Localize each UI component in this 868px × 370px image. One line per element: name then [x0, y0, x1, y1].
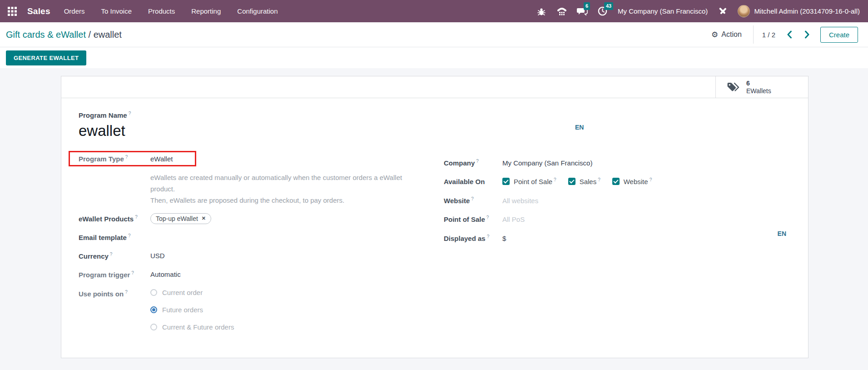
field-row-company: Company? My Company (San Francisco) — [444, 157, 592, 168]
help-icon: ? — [110, 252, 113, 257]
action-menu-button[interactable]: ⚙ Action — [709, 30, 744, 39]
apps-grid-icon-svg — [7, 6, 17, 16]
field-label-company: Company? — [444, 159, 502, 167]
messages-icon[interactable]: 6 — [577, 6, 588, 17]
field-row-available-on: Available On Point of Sale? Sales? We — [444, 176, 664, 187]
help-icon: ? — [476, 159, 479, 164]
action-label: Action — [721, 30, 741, 39]
menu-orders[interactable]: Orders — [64, 7, 85, 15]
radio-future-orders[interactable]: Future orders — [150, 301, 234, 318]
form-status-bar: GENERATE EWALLET — [0, 47, 868, 68]
company-input[interactable]: My Company (San Francisco) — [502, 159, 592, 167]
breadcrumb: Gift cards & eWallet / ewallet — [6, 30, 122, 40]
website-input-placeholder[interactable]: All websites — [502, 197, 538, 205]
app-name[interactable]: Sales — [27, 6, 50, 16]
help-icon: ? — [487, 234, 490, 239]
form-view-background: 6 EWallets Program Name? ewallet Program… — [0, 68, 868, 370]
field-label-program-type: Program Type? — [79, 155, 150, 163]
displayed-as-input[interactable]: $ — [502, 235, 506, 242]
breadcrumb-current: ewallet — [94, 30, 122, 40]
field-label-website: Website? — [444, 196, 502, 205]
field-label-point-of-sale: Point of Sale? — [444, 215, 502, 223]
menu-to-invoice[interactable]: To Invoice — [101, 7, 132, 15]
activities-clock-icon[interactable]: 43 — [597, 6, 608, 17]
field-label-currency: Currency? — [79, 252, 150, 260]
field-label-use-points-on: Use points on? — [79, 284, 150, 303]
help-icon: ? — [598, 177, 600, 182]
bug-icon[interactable] — [536, 6, 547, 17]
checkbox-checked-icon[interactable] — [568, 178, 575, 185]
radio-label: Current order — [162, 289, 203, 296]
control-panel-divider — [753, 25, 754, 44]
pager-previous-icon[interactable] — [785, 30, 794, 40]
field-row-point-of-sale: Point of Sale? All PoS — [444, 214, 525, 225]
user-name: Mitchell Admin (20314709-16-0-all) — [754, 7, 860, 15]
top-navbar: Sales Orders To Invoice Products Reporti… — [0, 0, 868, 22]
help-icon: ? — [125, 290, 128, 295]
radio-icon[interactable] — [150, 324, 157, 330]
program-type-help-text: eWallets are created manually or automat… — [150, 172, 423, 206]
form-sheet: Program Name? ewallet Program Type? eWal… — [61, 98, 808, 358]
menu-configuration[interactable]: Configuration — [237, 7, 278, 15]
checkbox-label: Website? — [624, 177, 652, 185]
radio-current-and-future-orders[interactable]: Current & Future orders — [150, 318, 234, 335]
checkbox-checked-icon[interactable] — [502, 178, 510, 185]
help-icon: ? — [128, 233, 131, 238]
form-sheet-card: 6 EWallets Program Name? ewallet Program… — [61, 76, 808, 358]
menu-reporting[interactable]: Reporting — [191, 7, 221, 15]
main-menu: Orders To Invoice Products Reporting Con… — [64, 7, 278, 15]
translate-badge-program-name[interactable]: EN — [575, 124, 584, 131]
field-label-program-trigger: Program trigger? — [79, 270, 150, 279]
activities-badge: 43 — [604, 2, 613, 10]
field-label-available-on: Available On — [444, 178, 502, 185]
radio-current-order[interactable]: Current order — [150, 284, 234, 301]
ewallets-stat-button[interactable]: 6 EWallets — [715, 76, 808, 98]
phone-icon[interactable] — [556, 6, 567, 17]
point-of-sale-input-placeholder[interactable]: All PoS — [502, 215, 525, 223]
form-right-column: EN Company? My Company (San Francisco) A… — [444, 98, 792, 358]
program-type-select[interactable]: eWallet — [150, 155, 173, 163]
translate-badge-displayed-as[interactable]: EN — [778, 230, 786, 237]
user-menu[interactable]: Mitchell Admin (20314709-16-0-all) — [738, 5, 860, 17]
currency-input[interactable]: USD — [150, 252, 165, 260]
checkbox-point-of-sale[interactable]: Point of Sale? — [502, 177, 556, 185]
help-icon: ? — [486, 215, 489, 220]
product-tag[interactable]: Top-up eWallet ✕ — [150, 213, 211, 224]
radio-icon[interactable] — [150, 289, 157, 296]
apps-grid-icon[interactable] — [7, 6, 17, 16]
available-on-checkbox-group: Point of Sale? Sales? Website? — [502, 177, 664, 185]
field-label-email-template: Email template? — [79, 233, 150, 241]
user-avatar — [738, 5, 750, 17]
use-points-radio-group: Current order Future orders Current & Fu… — [150, 284, 234, 335]
checkbox-label: Point of Sale? — [514, 177, 556, 185]
help-icon: ? — [135, 215, 138, 220]
checkbox-label: Sales? — [580, 177, 600, 185]
field-label-displayed-as: Displayed as? — [444, 234, 502, 242]
radio-checked-icon[interactable] — [150, 306, 157, 313]
button-box-row: 6 EWallets — [61, 76, 808, 98]
checkbox-website[interactable]: Website? — [612, 177, 652, 185]
radio-label: Current & Future orders — [162, 323, 234, 331]
help-icon: ? — [471, 196, 474, 201]
help-icon: ? — [131, 270, 134, 275]
help-icon: ? — [554, 177, 556, 182]
messages-badge: 6 — [584, 2, 590, 10]
help-icon: ? — [125, 155, 128, 160]
checkbox-checked-icon[interactable] — [612, 178, 620, 185]
tag-remove-icon[interactable]: ✕ — [202, 215, 206, 221]
breadcrumb-parent-link[interactable]: Gift cards & eWallet — [6, 30, 86, 40]
support-tools-icon[interactable] — [717, 6, 728, 17]
tags-icon — [727, 82, 740, 93]
company-switcher[interactable]: My Company (San Francisco) — [618, 7, 708, 15]
radio-label: Future orders — [162, 306, 203, 314]
gear-icon: ⚙ — [711, 31, 718, 39]
field-row-website: Website? All websites — [444, 195, 538, 206]
pager-next-icon[interactable] — [803, 30, 812, 40]
create-button[interactable]: Create — [820, 27, 858, 43]
menu-products[interactable]: Products — [148, 7, 175, 15]
stat-count: 6 — [746, 80, 771, 87]
generate-ewallet-button[interactable]: GENERATE EWALLET — [6, 50, 86, 65]
breadcrumb-separator: / — [89, 30, 94, 40]
stat-label: EWallets — [746, 87, 771, 95]
checkbox-sales[interactable]: Sales? — [568, 177, 600, 185]
